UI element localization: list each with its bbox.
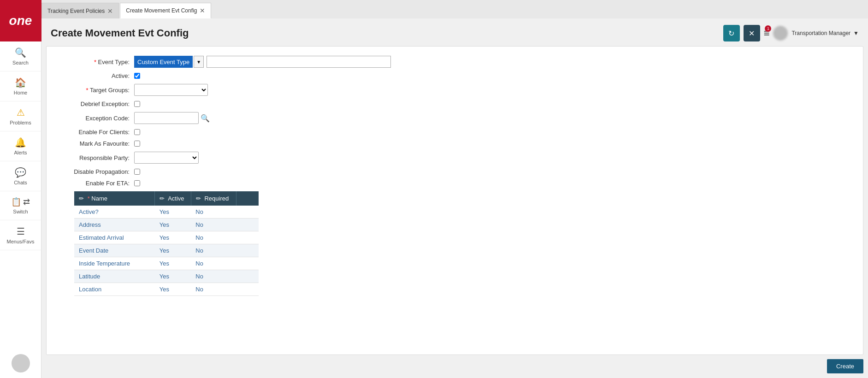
bell-icon: 🔔 [15,137,26,148]
cell-required: No [191,206,236,219]
cell-required: No [191,231,236,244]
refresh-icon: ↻ [728,29,734,38]
col-active-label: Active [168,195,184,202]
dropdown-arrow-icon: ▼ [853,30,859,36]
enable-for-clients-label: Enable For Clients: [60,129,134,136]
cell-extra [236,206,259,219]
sidebar-label-home: Home [14,90,27,95]
create-button[interactable]: Create [827,359,863,373]
form-panel: Event Type: Custom Event Type ▼ Active: … [46,46,863,355]
disable-propagation-label: Disable Propagation: [60,168,134,175]
user-dropdown-button[interactable]: Transportation Manager ▼ [791,30,859,36]
document-icon: 📋 [11,197,21,207]
tab-bar: Tracking Event Policies ✕ Create Movemen… [41,0,868,18]
menu-button[interactable]: ≡ 1 [764,27,770,39]
cell-name: Inside Temperature [74,257,155,270]
event-type-selected-value[interactable]: Custom Event Type [134,56,193,68]
cell-required: No [191,257,236,270]
notification-badge: 1 [765,25,771,32]
debrief-exception-checkbox[interactable] [134,101,140,107]
sidebar-item-search[interactable]: 🔍 Search [0,41,41,71]
home-icon: 🏠 [15,77,26,88]
mark-as-favourite-checkbox[interactable] [134,141,140,147]
cell-required: No [191,244,236,257]
col-header-name: ✏ Name [74,191,155,206]
col-header-active: ✏ Active [155,191,191,206]
col-header-extra [236,191,259,206]
switch-arrows-icon: ⇄ [23,197,30,207]
sidebar-item-problems[interactable]: ⚠ Problems [0,101,41,131]
warning-icon: ⚠ [17,107,25,118]
close-icon: ✕ [749,29,755,38]
sidebar-label-menus: Menus/Favs [7,239,35,244]
sidebar-item-alerts[interactable]: 🔔 Alerts [0,131,41,161]
cell-name: Event Date [74,244,155,257]
config-table: ✏ Name ✏ Active ✏ Required [74,191,259,296]
search-icon: 🔍 [15,47,26,58]
cell-required: No [191,270,236,283]
exception-code-input[interactable] [134,112,199,124]
sidebar-label-problems: Problems [10,120,31,125]
close-button[interactable]: ✕ [744,25,760,41]
table-row: Estimated Arrival Yes No [74,231,259,244]
edit-icon-name: ✏ [79,195,84,202]
cell-active: Yes [155,244,191,257]
sidebar-label-alerts: Alerts [14,150,27,155]
event-type-row: Event Type: Custom Event Type ▼ [60,56,849,68]
event-type-dropdown-arrow[interactable]: ▼ [194,56,204,68]
main-area: Tracking Event Policies ✕ Create Movemen… [41,0,868,378]
sidebar-label-search: Search [12,60,29,65]
cell-active: Yes [155,206,191,219]
bottom-bar: Create [41,360,868,378]
tab-close-create[interactable]: ✕ [200,7,205,14]
logo-text: one [9,13,32,28]
cell-name: Active? [74,206,155,219]
sidebar-item-switch[interactable]: 📋 ⇄ Switch [0,191,41,220]
cell-required: No [191,283,236,296]
exception-code-search-button[interactable]: 🔍 [201,114,210,123]
user-avatar[interactable] [12,354,30,372]
sidebar-item-chats[interactable]: 💬 Chats [0,161,41,191]
refresh-button[interactable]: ↻ [723,25,740,41]
header-actions: ↻ ✕ ≡ 1 Transportation Manager ▼ [723,25,859,41]
col-required-label: Required [204,195,229,202]
active-checkbox[interactable] [134,73,140,79]
cell-active: Yes [155,283,191,296]
sidebar-item-home[interactable]: 🏠 Home [0,71,41,101]
mark-as-favourite-label: Mark As Favourite: [60,140,134,147]
cell-extra [236,231,259,244]
content-area: Create Movement Evt Config ↻ ✕ ≡ 1 Trans… [41,18,868,378]
target-groups-row: Target Groups: [60,84,849,96]
edit-icon-active: ✏ [159,195,165,202]
responsible-party-select[interactable] [134,152,199,164]
cell-extra [236,244,259,257]
disable-propagation-checkbox[interactable] [134,169,140,175]
tab-close-tracking[interactable]: ✕ [107,8,113,14]
event-type-text-input[interactable] [207,56,391,68]
app-logo[interactable]: one [0,0,41,41]
user-avatar-header [773,26,788,41]
page-header: Create Movement Evt Config ↻ ✕ ≡ 1 Trans… [41,18,868,46]
target-groups-select[interactable] [134,84,208,96]
tab-tracking-event-policies[interactable]: Tracking Event Policies ✕ [41,3,119,18]
enable-for-eta-checkbox[interactable] [134,180,140,186]
switch-icons-row: 📋 ⇄ [11,197,30,207]
enable-for-eta-label: Enable For ETA: [60,180,134,187]
sidebar-label-switch: Switch [13,209,28,214]
user-name-label: Transportation Manager [791,30,850,36]
cell-extra [236,257,259,270]
col-header-required: ✏ Required [191,191,236,206]
tab-create-movement[interactable]: Create Movement Evt Config ✕ [120,3,211,18]
sidebar: one 🔍 Search 🏠 Home ⚠ Problems 🔔 Alerts … [0,0,41,378]
cell-active: Yes [155,270,191,283]
sidebar-label-chats: Chats [14,180,27,185]
edit-icon-required: ✏ [196,195,201,202]
disable-propagation-row: Disable Propagation: [60,168,849,175]
col-name-label: Name [88,195,107,202]
enable-for-clients-checkbox[interactable] [134,129,140,135]
table-row: Address Yes No [74,219,259,231]
sidebar-item-menus[interactable]: ☰ Menus/Favs [0,220,41,250]
form-section: Event Type: Custom Event Type ▼ Active: … [47,47,863,314]
table-row: Active? Yes No [74,206,259,219]
mark-as-favourite-row: Mark As Favourite: [60,140,849,147]
